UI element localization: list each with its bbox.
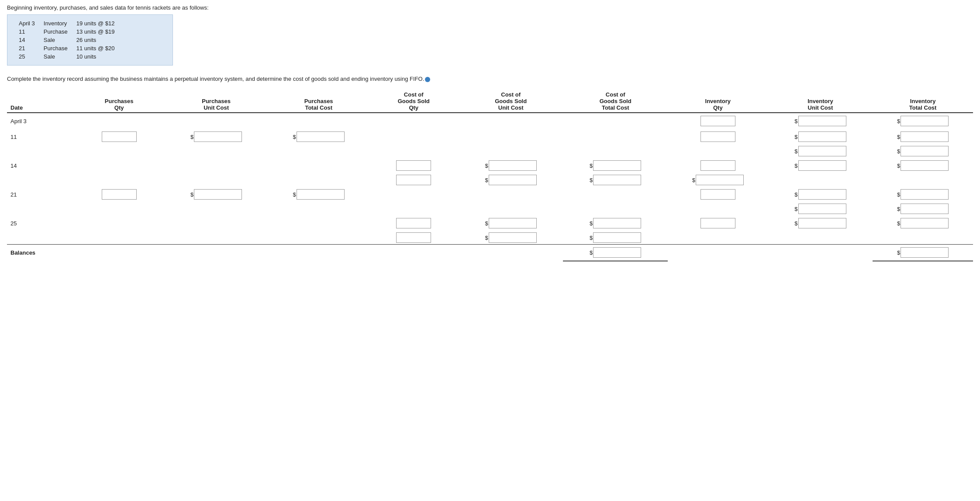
r14s-cgtc-input[interactable]	[593, 175, 641, 185]
r14s-iqty[interactable]: $	[668, 173, 768, 187]
r11-itc[interactable]: $	[873, 129, 973, 145]
r21s-itc-input[interactable]	[901, 204, 949, 214]
r25-itc-input[interactable]	[901, 218, 949, 228]
r21s-iuc[interactable]: $	[768, 202, 873, 215]
r25-cgtc-input[interactable]	[593, 218, 641, 228]
r14s-cguc-input[interactable]	[489, 175, 537, 185]
apr3-iuc[interactable]: $	[768, 113, 873, 129]
r25-cgqty[interactable]	[369, 215, 459, 231]
inv-group-header3	[873, 90, 973, 98]
r25-iuc[interactable]: $	[768, 215, 873, 231]
apr3-cgtc-empty	[563, 113, 668, 129]
r25s-cgtc-input[interactable]	[593, 232, 641, 243]
r14s-iuc-empty	[768, 173, 873, 187]
r25-iuc-input[interactable]	[798, 218, 846, 228]
r21-iuc-input[interactable]	[798, 189, 846, 200]
r11-ptc[interactable]: $	[269, 129, 369, 145]
bal-itc[interactable]: $	[873, 245, 973, 261]
r25-iqty-input[interactable]	[700, 218, 735, 228]
r11-ptc-input[interactable]	[297, 131, 345, 142]
table-row-11-sub: $ $	[7, 145, 973, 158]
r11-pqty-input[interactable]	[102, 131, 137, 142]
r14-cgqty-input[interactable]	[396, 160, 431, 171]
r21s-iqty-empty	[668, 202, 768, 215]
r11s-itc[interactable]: $	[873, 145, 973, 158]
r21-iqty[interactable]	[668, 187, 768, 202]
r21-pqty-input[interactable]	[102, 189, 137, 200]
r21-puc[interactable]: $	[164, 187, 269, 202]
r11-itc-input[interactable]	[901, 131, 949, 142]
r21s-itc[interactable]: $	[873, 202, 973, 215]
r11s-iuc-input[interactable]	[798, 146, 846, 156]
bal-itc-input[interactable]	[901, 247, 949, 258]
r14s-cguc[interactable]: $	[459, 173, 563, 187]
header-group-row: Cost of Cost of Cost of	[7, 90, 973, 98]
r14-cguc-input[interactable]	[489, 160, 537, 171]
date-balances: Balances	[7, 245, 74, 261]
r21-ptc[interactable]: $	[269, 187, 369, 202]
r25s-cguc-input[interactable]	[489, 232, 537, 243]
r25-cgqty-input[interactable]	[396, 218, 431, 228]
r11s-itc-input[interactable]	[901, 146, 949, 156]
purchases-qty-header: Qty	[74, 104, 164, 113]
r11-puc[interactable]: $	[164, 129, 269, 145]
item-detail: 26 units	[72, 36, 119, 44]
date-14-sub	[7, 173, 74, 187]
r11-iuc[interactable]: $	[768, 129, 873, 145]
r25s-cgtc[interactable]: $	[563, 231, 668, 245]
apr3-iqty-input[interactable]	[700, 116, 735, 126]
date-25-sub	[7, 231, 74, 245]
r25-cgtc[interactable]: $	[563, 215, 668, 231]
r21s-cgqty-empty	[369, 202, 459, 215]
bal-cgtc-input[interactable]	[593, 247, 641, 258]
r25-pqty-empty	[74, 215, 164, 231]
r14-cgtc-input[interactable]	[593, 160, 641, 171]
r25s-cgqty[interactable]	[369, 231, 459, 245]
r14-cgtc[interactable]: $	[563, 158, 668, 173]
r11s-iuc[interactable]: $	[768, 145, 873, 158]
r14-iqty[interactable]	[668, 158, 768, 173]
r14s-cgtc[interactable]: $	[563, 173, 668, 187]
apr3-iuc-input[interactable]	[798, 116, 846, 126]
r14-iuc[interactable]: $	[768, 158, 873, 173]
bal-cgtc[interactable]: $	[563, 245, 668, 261]
r11-iqty[interactable]	[668, 129, 768, 145]
r21-ptc-input[interactable]	[297, 189, 345, 200]
r21s-iuc-input[interactable]	[798, 204, 846, 214]
r21-pqty[interactable]	[74, 187, 164, 202]
r11-cgtc-empty	[563, 129, 668, 145]
apr3-iqty[interactable]	[668, 113, 768, 129]
r25-itc[interactable]: $	[873, 215, 973, 231]
r25-cguc[interactable]: $	[459, 215, 563, 231]
r14s-cgqty-input[interactable]	[396, 175, 431, 185]
r21-cgtc-empty	[563, 187, 668, 202]
r21-itc-input[interactable]	[901, 189, 949, 200]
apr3-itc-input[interactable]	[901, 116, 949, 126]
r14-cguc[interactable]: $	[459, 158, 563, 173]
r21-iqty-input[interactable]	[700, 189, 735, 200]
r25-cguc-input[interactable]	[489, 218, 537, 228]
r11-iqty-input[interactable]	[700, 131, 735, 142]
apr3-itc[interactable]: $	[873, 113, 973, 129]
r25s-itc-empty	[873, 231, 973, 245]
cogs-mid-label2: Goods Sold	[459, 98, 563, 104]
r14-cgqty[interactable]	[369, 158, 459, 173]
r14-iqty-input[interactable]	[700, 160, 735, 171]
r11s-pqty-empty	[74, 145, 164, 158]
r11-iuc-input[interactable]	[798, 131, 846, 142]
r11s-cgtc-empty	[563, 145, 668, 158]
r14s-iqty-input[interactable]	[696, 175, 744, 185]
r11-puc-input[interactable]	[194, 131, 242, 142]
r11-pqty[interactable]	[74, 129, 164, 145]
r21-puc-input[interactable]	[194, 189, 242, 200]
r14s-cgqty[interactable]	[369, 173, 459, 187]
r25s-cguc[interactable]: $	[459, 231, 563, 245]
r14-iuc-input[interactable]	[798, 160, 846, 171]
r14-itc[interactable]: $	[873, 158, 973, 173]
r14-itc-input[interactable]	[901, 160, 949, 171]
r25s-ptc-empty	[269, 231, 369, 245]
r25-iqty[interactable]	[668, 215, 768, 231]
r21-iuc[interactable]: $	[768, 187, 873, 202]
r21-itc[interactable]: $	[873, 187, 973, 202]
r25s-cgqty-input[interactable]	[396, 232, 431, 243]
